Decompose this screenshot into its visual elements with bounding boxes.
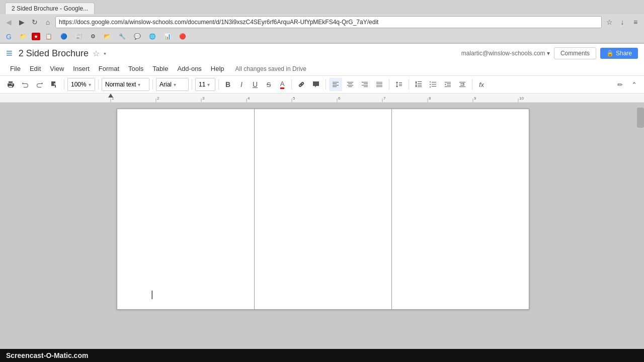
formula-label: fx bbox=[479, 81, 484, 88]
browser-menu-button[interactable]: ≡ bbox=[630, 17, 641, 28]
bookmark-item[interactable]: 🔧 bbox=[116, 32, 129, 41]
table-cell-3[interactable] bbox=[392, 109, 529, 310]
document-page[interactable]: | bbox=[117, 109, 529, 310]
svg-text:5: 5 bbox=[293, 96, 295, 101]
align-justify-icon bbox=[375, 80, 383, 88]
paintformat-button[interactable] bbox=[48, 78, 61, 91]
separator-6 bbox=[291, 79, 292, 89]
download-button[interactable]: ↓ bbox=[617, 17, 628, 28]
browser-tab[interactable]: 2 Sided Brochure - Google... bbox=[5, 3, 95, 14]
underline-button[interactable]: U bbox=[249, 78, 261, 91]
align-center-button[interactable] bbox=[344, 78, 357, 91]
size-arrow: ▾ bbox=[207, 82, 210, 87]
bookmark-item[interactable]: 🔵 bbox=[57, 32, 70, 41]
separator-3 bbox=[152, 79, 153, 89]
bookmark-item[interactable]: 🔴 bbox=[176, 32, 189, 41]
bookmark-item[interactable]: 📂 bbox=[101, 32, 114, 41]
menu-format[interactable]: Format bbox=[95, 63, 123, 74]
italic-label: I bbox=[240, 80, 243, 88]
strikethrough-button[interactable]: S bbox=[263, 78, 275, 91]
star-icon[interactable]: ☆ bbox=[93, 49, 100, 58]
menu-help[interactable]: Help bbox=[207, 63, 228, 74]
line-spacing-icon bbox=[395, 80, 403, 88]
decrease-indent-button[interactable] bbox=[441, 78, 454, 91]
increase-indent-icon bbox=[458, 80, 466, 88]
menu-table[interactable]: Table bbox=[148, 63, 172, 74]
forward-button[interactable]: ▶ bbox=[16, 17, 27, 28]
edit-icon-button[interactable]: ✏ bbox=[614, 78, 626, 91]
browser-chrome: 2 Sided Brochure - Google... ◀ ▶ ↻ ⌂ ☆ ↓… bbox=[0, 0, 644, 44]
bookmark-star-button[interactable]: ☆ bbox=[604, 17, 615, 28]
bold-label: B bbox=[225, 80, 230, 88]
menu-edit[interactable]: Edit bbox=[26, 63, 45, 74]
print-button[interactable] bbox=[4, 78, 17, 91]
bookmark-item[interactable]: 💬 bbox=[131, 32, 144, 41]
bookmark-item[interactable]: 📁 bbox=[17, 32, 30, 41]
formula-button[interactable]: fx bbox=[475, 78, 488, 91]
collapse-toolbar-button[interactable]: ⌃ bbox=[628, 78, 640, 91]
align-right-button[interactable] bbox=[358, 78, 371, 91]
numbered-list-button[interactable] bbox=[412, 78, 425, 91]
user-email[interactable]: malartic@winslow-schools.com ▾ bbox=[461, 50, 550, 57]
menu-file[interactable]: File bbox=[6, 63, 25, 74]
google-docs-icon: ≡ bbox=[6, 47, 13, 60]
align-center-icon bbox=[346, 80, 354, 88]
bookmarks-bar: G 📁 ★ 📋 🔵 📰 ⚙ 📂 🔧 💬 🌐 📊 🔴 bbox=[0, 30, 644, 43]
sidebar-left bbox=[0, 103, 9, 346]
share-button[interactable]: 🔒 Share bbox=[600, 48, 638, 59]
doc-title: 2 Sided Brochure bbox=[19, 48, 89, 59]
font-arrow: ▾ bbox=[174, 82, 176, 87]
bookmark-item[interactable]: G bbox=[3, 32, 15, 42]
link-button[interactable] bbox=[295, 78, 308, 91]
bookmark-item[interactable]: 🌐 bbox=[146, 32, 159, 41]
svg-text:9: 9 bbox=[474, 96, 476, 101]
refresh-button[interactable]: ↻ bbox=[29, 17, 40, 28]
bookmark-item[interactable]: ⚙ bbox=[88, 32, 99, 41]
font-dropdown[interactable]: Arial ▾ bbox=[156, 78, 189, 91]
scroll-right[interactable] bbox=[637, 103, 644, 346]
underline-label: U bbox=[253, 80, 258, 88]
menu-tools[interactable]: Tools bbox=[124, 63, 147, 74]
align-justify-button[interactable] bbox=[373, 78, 386, 91]
bookmark-item[interactable]: 📋 bbox=[42, 32, 55, 41]
undo-icon bbox=[21, 80, 29, 88]
size-dropdown[interactable]: 11 ▾ bbox=[195, 78, 215, 91]
style-arrow: ▾ bbox=[138, 82, 140, 87]
separator-10 bbox=[472, 79, 472, 89]
zoom-dropdown[interactable]: 100% ▾ bbox=[67, 78, 95, 91]
formatting-toolbar: 100% ▾ Normal text ▾ Arial ▾ 11 ▾ B I U … bbox=[0, 76, 644, 94]
bookmark-item[interactable]: 📊 bbox=[161, 32, 174, 41]
menu-insert[interactable]: Insert bbox=[69, 63, 94, 74]
separator-2 bbox=[98, 79, 99, 89]
back-button[interactable]: ◀ bbox=[3, 17, 14, 28]
style-dropdown[interactable]: Normal text ▾ bbox=[102, 78, 149, 91]
menu-bar: File Edit View Insert Format Tools Table… bbox=[6, 62, 638, 75]
svg-text:2: 2 bbox=[157, 96, 159, 101]
address-bar[interactable] bbox=[55, 16, 602, 28]
undo-button[interactable] bbox=[19, 78, 32, 91]
comments-button[interactable]: Comments bbox=[554, 47, 596, 59]
comment-button[interactable] bbox=[309, 78, 323, 91]
menu-view[interactable]: View bbox=[46, 63, 68, 74]
align-left-button[interactable] bbox=[329, 78, 342, 91]
menu-addons[interactable]: Add-ons bbox=[173, 63, 205, 74]
increase-indent-button[interactable] bbox=[456, 78, 469, 91]
table-cell-1[interactable] bbox=[117, 109, 255, 310]
lock-icon: 🔒 bbox=[606, 50, 614, 57]
italic-button[interactable]: I bbox=[235, 78, 248, 91]
bulleted-list-button[interactable] bbox=[427, 78, 440, 91]
bookmark-item[interactable]: 📰 bbox=[72, 32, 86, 41]
folder-icon[interactable]: ▪ bbox=[104, 49, 106, 57]
home-button[interactable]: ⌂ bbox=[42, 17, 53, 28]
separator-8 bbox=[389, 79, 389, 89]
browser-toolbar: ◀ ▶ ↻ ⌂ ☆ ↓ ≡ bbox=[0, 14, 644, 30]
text-color-button[interactable]: A bbox=[276, 78, 288, 91]
separator-9 bbox=[409, 79, 409, 89]
redo-button[interactable] bbox=[33, 78, 46, 91]
bookmark-item[interactable]: ★ bbox=[32, 33, 40, 40]
bold-button[interactable]: B bbox=[222, 78, 234, 91]
table-cell-2[interactable] bbox=[255, 109, 392, 310]
print-icon bbox=[7, 80, 15, 88]
paintformat-icon bbox=[50, 80, 58, 88]
line-spacing-button[interactable] bbox=[392, 78, 406, 91]
